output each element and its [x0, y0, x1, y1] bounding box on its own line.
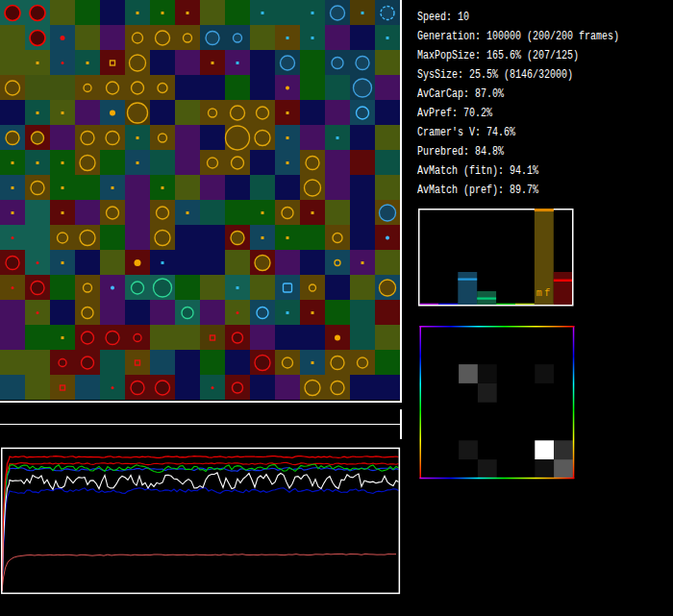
svg-text:m f: m f: [536, 288, 550, 299]
